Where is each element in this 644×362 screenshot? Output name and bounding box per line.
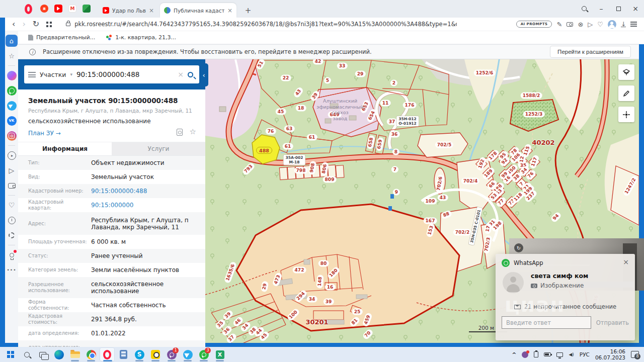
extension-disabled-icon[interactable]: ⊗: [578, 21, 583, 28]
measure-button[interactable]: [618, 85, 634, 101]
downloads-icon[interactable]: ↓: [621, 22, 626, 27]
speed-dial-icon[interactable]: [46, 22, 52, 27]
gmail-favicon[interactable]: M: [68, 5, 76, 13]
yandex-favicon[interactable]: я: [40, 5, 48, 13]
locate-button[interactable]: [618, 107, 634, 122]
maximize-button[interactable]: [610, 0, 627, 17]
sidebar-item-player[interactable]: ▸: [6, 149, 18, 161]
sidebar-item-vk[interactable]: VK: [6, 115, 18, 127]
clear-search-icon[interactable]: ×: [178, 70, 184, 78]
snapshot-icon[interactable]: [567, 22, 573, 27]
close-window-button[interactable]: ×: [627, 0, 644, 17]
sidebar-item-bookmarks[interactable]: ☆: [6, 50, 18, 62]
search-category-dropdown[interactable]: Участки: [40, 71, 66, 78]
taskbar-chrome[interactable]: [84, 347, 99, 361]
sidebar-item-home[interactable]: ⌂: [6, 35, 18, 47]
chevron-down-icon[interactable]: ▾: [70, 72, 73, 77]
send-reply-button[interactable]: Отправить: [596, 319, 629, 326]
browser-tab-inactive[interactable]: Удар по Львову. Поезд д... ×: [99, 3, 158, 18]
search-input[interactable]: [76, 70, 174, 78]
tab-search-icon[interactable]: [576, 0, 593, 17]
opera-menu-button[interactable]: [22, 3, 35, 15]
plan-zu-link[interactable]: План ЗУ →: [28, 130, 61, 137]
tab-services[interactable]: Услуги: [112, 142, 205, 155]
info-value[interactable]: 90:15:000000:488: [91, 188, 152, 195]
info-label: Форма собственности:: [28, 299, 91, 311]
forward-button[interactable]: ›: [22, 20, 25, 28]
taskbar-skype[interactable]: [132, 347, 147, 361]
tab-information[interactable]: Информация: [18, 142, 112, 155]
search-result-card[interactable]: Земельный участок 90:15:000000:488 Респу…: [18, 89, 205, 142]
language-indicator[interactable]: РУС: [580, 351, 590, 357]
sidebar-item-favorites[interactable]: ♡: [6, 199, 18, 211]
go-to-extensions-button[interactable]: Перейти к расширениям: [550, 46, 631, 58]
layers-button[interactable]: [618, 64, 634, 80]
minimize-button[interactable]: –: [593, 0, 610, 17]
taskbar-excel[interactable]: [212, 347, 227, 361]
network-icon[interactable]: [556, 352, 563, 357]
youtube-favicon[interactable]: [54, 5, 62, 13]
tray-overflow-icon[interactable]: ^: [512, 351, 516, 358]
viber-tray-icon[interactable]: [522, 351, 528, 358]
battery-icon[interactable]: [544, 352, 551, 356]
clock[interactable]: 16:06 06.07.2023: [595, 348, 625, 360]
taskbar-search[interactable]: [19, 347, 34, 361]
close-tab-icon[interactable]: ×: [149, 7, 154, 14]
bookmark-heart-icon[interactable]: ♡: [597, 21, 603, 28]
parcel-label: 180: [327, 266, 341, 280]
chrome-icon: [87, 350, 96, 359]
easy-setup-icon[interactable]: [630, 22, 637, 27]
browser-tab-active[interactable]: Публичная кадастровая к... ×: [160, 3, 236, 18]
taskbar-telegram[interactable]: [180, 347, 195, 361]
notification-text: Расширение отключено из-за повреждения. …: [43, 48, 372, 55]
back-button[interactable]: ‹: [12, 20, 15, 28]
sidebar-item-whatsapp[interactable]: [6, 84, 18, 97]
yandex-pay-icon: [151, 350, 160, 359]
volume-icon[interactable]: ◀): [569, 352, 574, 357]
reload-button[interactable]: ↻: [33, 20, 39, 28]
my-flow-icon: ▷: [9, 166, 15, 174]
close-tab-icon[interactable]: ×: [227, 7, 232, 14]
refresh-icon[interactable]: ↻: [514, 243, 523, 252]
taskbar-edge[interactable]: [51, 347, 66, 361]
taskbar-start[interactable]: [3, 347, 18, 361]
youtube-favicon: [103, 7, 109, 14]
clipboard-tray-icon[interactable]: [534, 351, 538, 357]
sidebar-item-my-flow[interactable]: ▷: [6, 164, 18, 176]
favorite-star-icon[interactable]: ☆: [190, 128, 196, 136]
photos-favicon[interactable]: [83, 5, 91, 13]
lock-icon[interactable]: [66, 23, 70, 26]
search-icon[interactable]: [188, 72, 193, 77]
edit-page-icon[interactable]: ✎: [556, 21, 562, 28]
sidebar-item-instagram[interactable]: [6, 130, 18, 142]
whatsapp-notification[interactable]: циан WhatsApp × света симф ком Изображен…: [496, 254, 635, 340]
sidebar-item-messenger[interactable]: [6, 69, 18, 81]
ai-prompts-button[interactable]: AI PROMPTS: [516, 21, 552, 28]
bookmark-item[interactable]: Предварительный...: [28, 34, 95, 41]
collapse-panel-button[interactable]: ‹: [199, 63, 208, 86]
notification-center-icon[interactable]: 8: [631, 351, 639, 358]
new-tab-button[interactable]: +: [243, 5, 254, 16]
reply-input[interactable]: [502, 316, 591, 329]
taskbar-whatsapp[interactable]: 3: [196, 347, 211, 361]
taskbar-opera[interactable]: [100, 347, 115, 361]
sidebar-item-easy-setup[interactable]: [6, 249, 18, 261]
bookmark-item[interactable]: 1-к. квартира, 21,3...: [106, 34, 176, 41]
info-value[interactable]: 90:15:000000: [91, 202, 138, 209]
sidebar-item-more[interactable]: •••: [6, 264, 18, 276]
taskbar-viber[interactable]: 1: [164, 347, 179, 361]
address-bar[interactable]: pkk.rosreestr.ru/#/search/44.76423437795…: [74, 21, 457, 28]
menu-icon[interactable]: [28, 72, 36, 77]
taskbar-yandex-pay[interactable]: [148, 347, 163, 361]
sidebar-item-telegram[interactable]: [6, 100, 18, 112]
taskbar-task-view[interactable]: [35, 347, 50, 361]
taskbar-calculator[interactable]: [116, 347, 131, 361]
share-icon[interactable]: ▷: [588, 21, 593, 28]
profile-avatar[interactable]: [608, 20, 616, 29]
sidebar-item-history[interactable]: [6, 214, 18, 226]
taskbar-explorer[interactable]: [67, 347, 83, 361]
sidebar-item-settings[interactable]: [6, 229, 18, 241]
close-notification-icon[interactable]: ×: [623, 258, 629, 266]
view-plan-icon[interactable]: [177, 129, 183, 136]
sidebar-item-wallet[interactable]: [6, 179, 18, 192]
